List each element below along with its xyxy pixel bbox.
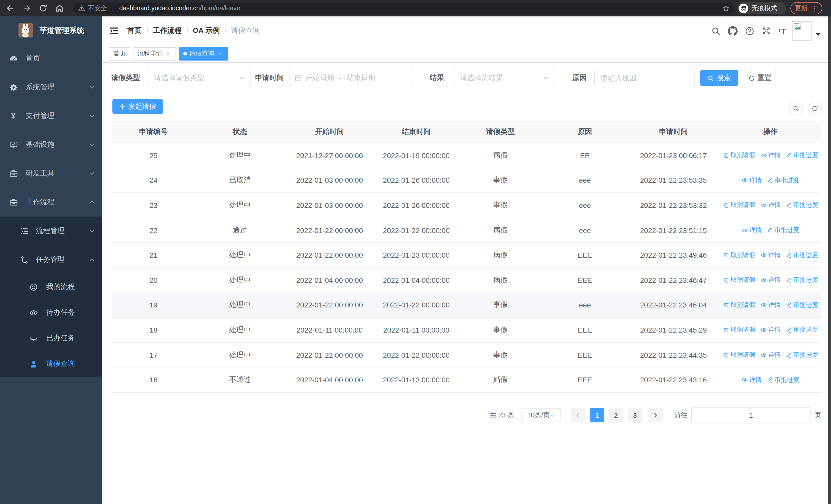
detail-link[interactable]: 详情 xyxy=(761,276,780,285)
back-icon[interactable] xyxy=(6,4,15,13)
sidebar-item-devtools[interactable]: 研发工具 xyxy=(0,159,102,188)
trash-icon xyxy=(723,352,729,358)
date-start-placeholder[interactable]: 开始日期 xyxy=(306,73,334,83)
detail-link[interactable]: 详情 xyxy=(761,301,780,309)
refresh-table-button[interactable] xyxy=(808,101,822,116)
approval-progress-link[interactable]: 审批进度 xyxy=(785,351,818,359)
cell-actions: 取消请假 详情 xyxy=(720,251,821,260)
breadcrumb-home[interactable]: 首页 xyxy=(127,26,142,35)
github-icon[interactable] xyxy=(727,26,737,36)
detail-link[interactable]: 详情 xyxy=(761,251,780,260)
trash-icon xyxy=(723,302,729,308)
font-size-icon[interactable]: TT xyxy=(778,27,786,35)
cancel-leave-link[interactable]: 取消请假 xyxy=(723,326,755,334)
sidebar-item-process-mgmt[interactable]: 流程管理 xyxy=(0,216,102,245)
sidebar-item-todo-tasks[interactable]: 待办任务 xyxy=(0,300,102,325)
cell-end-time: 2022-01-26 00:00:00 xyxy=(374,176,458,184)
detail-link[interactable]: 详情 xyxy=(761,326,780,334)
address-bar[interactable]: 不安全 │ dashboard.yudao.iocoder.cn /bpm/oa… xyxy=(73,3,734,14)
table-row: 23 处理中 2022-01-03 00:00:00 2022-01-26 00… xyxy=(112,193,821,218)
reset-button[interactable]: 重置 xyxy=(744,70,776,86)
sidebar-item-done-tasks[interactable]: 已办任务 xyxy=(0,325,102,351)
page-button-1[interactable]: 1 xyxy=(590,408,604,422)
fullscreen-icon[interactable] xyxy=(762,26,771,35)
approval-progress-link[interactable]: 审批进度 xyxy=(767,176,799,185)
result-select[interactable]: 请选择流结果 xyxy=(454,70,554,86)
approval-progress-link[interactable]: 审批进度 xyxy=(785,301,818,309)
search-button[interactable]: 搜索 xyxy=(700,70,738,86)
search-icon[interactable] xyxy=(711,26,720,36)
detail-link[interactable]: 详情 xyxy=(742,226,762,235)
hamburger-icon[interactable] xyxy=(109,26,119,36)
apply-time-range-picker[interactable]: 开始日期 - 结束日期 xyxy=(289,70,413,86)
prev-page-button[interactable] xyxy=(571,408,585,422)
browser-update-chip[interactable]: 更新 ⋮ xyxy=(791,2,822,14)
app-logo[interactable]: 芋道管理系统 xyxy=(0,17,102,44)
page-button-3[interactable]: 3 xyxy=(628,408,642,422)
detail-link[interactable]: 详情 xyxy=(742,176,762,185)
scrollbar[interactable] xyxy=(828,17,831,504)
sidebar-item-system[interactable]: 系统管理 xyxy=(0,73,102,101)
bookmark-star-icon[interactable] xyxy=(722,4,730,12)
cell-status: 已取消 xyxy=(195,176,285,185)
detail-link[interactable]: 详情 xyxy=(761,201,780,210)
approval-progress-link[interactable]: 审批进度 xyxy=(767,376,799,384)
cell-actions: 取消请假 详情 xyxy=(720,201,821,210)
cancel-leave-link[interactable]: 取消请假 xyxy=(723,301,755,309)
breadcrumb-workflow[interactable]: 工作流程 xyxy=(153,26,182,35)
leave-type-select[interactable]: 请选择请假类型 xyxy=(148,70,251,86)
next-page-button[interactable] xyxy=(648,408,663,422)
eye-icon xyxy=(761,327,767,333)
detail-link[interactable]: 详情 xyxy=(761,351,780,359)
sidebar-item-task-mgmt[interactable]: 任务管理 xyxy=(0,245,102,274)
help-icon[interactable] xyxy=(745,26,754,36)
cell-reason: eee xyxy=(543,201,627,209)
cancel-leave-link[interactable]: 取消请假 xyxy=(723,251,755,260)
date-end-placeholder[interactable]: 结束日期 xyxy=(347,73,375,83)
tab-leave-query[interactable]: 请假查询 × xyxy=(179,47,228,60)
cell-apply-time: 2022-01-23 00:06:17 xyxy=(627,151,720,159)
reason-input[interactable] xyxy=(594,70,695,86)
sidebar-item-leave-query[interactable]: 请假查询 xyxy=(0,351,102,377)
calendar-icon xyxy=(295,75,302,82)
detail-link[interactable]: 详情 xyxy=(742,376,762,384)
sidebar-item-payment[interactable]: ¥ 支付管理 xyxy=(0,101,102,130)
avatar[interactable] xyxy=(792,21,811,40)
cancel-leave-link[interactable]: 取消请假 xyxy=(723,201,755,210)
create-leave-button[interactable]: 发起请假 xyxy=(112,99,163,114)
cancel-leave-link[interactable]: 取消请假 xyxy=(723,351,755,359)
tab-process-detail[interactable]: 流程详情 × xyxy=(133,47,176,60)
detail-link[interactable]: 详情 xyxy=(761,151,780,160)
sidebar-item-infra[interactable]: 基础设施 xyxy=(0,130,102,159)
approval-progress-link[interactable]: 审批进度 xyxy=(767,226,799,235)
toggle-search-button[interactable] xyxy=(789,101,803,116)
breadcrumb-oa-example[interactable]: OA 示例 xyxy=(193,26,220,35)
approval-progress-link[interactable]: 审批进度 xyxy=(785,201,818,210)
caret-down-icon[interactable] xyxy=(815,33,821,36)
cell-start-time: 2022-01-22 00:00:00 xyxy=(285,351,374,359)
approval-progress-link[interactable]: 审批进度 xyxy=(785,276,818,285)
sidebar-item-workflow[interactable]: 工作流程 xyxy=(0,188,102,216)
close-icon[interactable]: × xyxy=(165,50,171,57)
insecure-label[interactable]: 不安全 xyxy=(88,4,107,12)
close-icon[interactable]: × xyxy=(217,50,223,57)
cancel-leave-link[interactable]: 取消请假 xyxy=(723,151,755,160)
goto-page-input[interactable] xyxy=(691,407,810,423)
home-icon[interactable] xyxy=(55,4,64,13)
tab-home[interactable]: 首页 xyxy=(109,47,131,60)
cancel-leave-link[interactable]: 取消请假 xyxy=(723,276,755,285)
page-size-select[interactable]: 10条/页 xyxy=(521,408,561,422)
sidebar-item-my-process[interactable]: 我的流程 xyxy=(0,274,102,300)
cell-start-time: 2022-01-22 00:00:00 xyxy=(285,251,374,259)
breadcrumb-separator: / xyxy=(186,27,189,35)
sidebar-item-home[interactable]: 首页 xyxy=(0,44,102,73)
reload-icon[interactable] xyxy=(38,4,48,13)
forward-icon[interactable] xyxy=(22,4,31,13)
update-label[interactable]: 更新 xyxy=(795,4,808,12)
approval-progress-link[interactable]: 审批进度 xyxy=(785,151,818,160)
approval-progress-link[interactable]: 审批进度 xyxy=(785,251,818,260)
eye-icon xyxy=(742,227,748,233)
approval-progress-link[interactable]: 审批进度 xyxy=(785,326,818,334)
browser-menu-icon[interactable]: ⋮ xyxy=(811,5,818,11)
page-button-2[interactable]: 2 xyxy=(609,408,623,422)
